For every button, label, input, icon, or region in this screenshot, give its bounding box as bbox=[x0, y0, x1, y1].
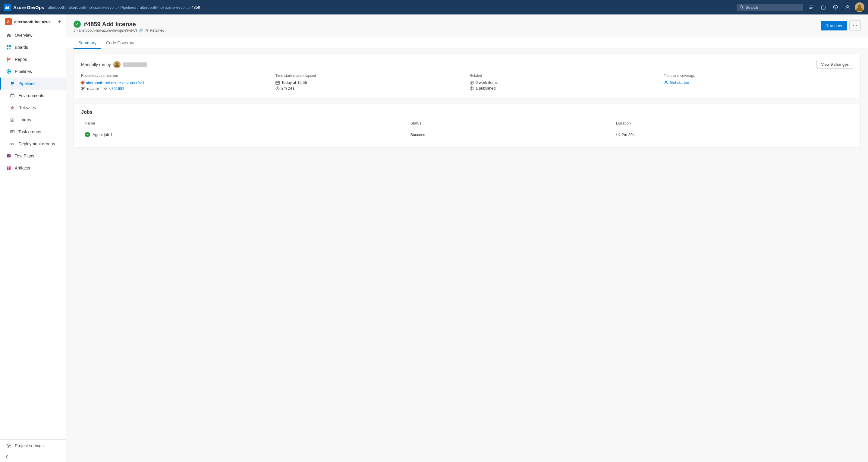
svg-rect-15 bbox=[11, 83, 14, 84]
svg-rect-3 bbox=[822, 6, 825, 9]
org-header: A alterbooth-hol-azure-... + bbox=[0, 15, 66, 29]
svg-rect-32 bbox=[146, 30, 148, 32]
svg-rect-22 bbox=[10, 131, 14, 133]
breadcrumb-pipelines[interactable]: Pipelines bbox=[120, 5, 136, 10]
run-new-button[interactable]: Run new bbox=[821, 21, 847, 30]
person-icon[interactable] bbox=[843, 2, 852, 12]
top-navigation: Azure DevOps alterbooth / alterbooth-hol… bbox=[0, 0, 868, 15]
get-started-link[interactable]: Get started bbox=[670, 80, 689, 85]
elapsed-row: 2m 24s bbox=[276, 86, 465, 90]
notifications-icon[interactable] bbox=[807, 2, 816, 12]
test-plans-label: Test Plans bbox=[15, 153, 34, 158]
sidebar-item-project-settings[interactable]: Project settings bbox=[0, 440, 66, 452]
settings-icon bbox=[6, 443, 12, 449]
pipelines-sub-icon bbox=[9, 81, 16, 87]
org-name: alterbooth-hol-azure-... bbox=[14, 20, 56, 24]
flask-icon bbox=[664, 81, 668, 85]
sidebar-item-deployment-groups[interactable]: Deployment groups bbox=[0, 138, 66, 150]
sidebar-item-releases[interactable]: Releases bbox=[0, 102, 66, 114]
retained-badge: Retained bbox=[145, 28, 164, 33]
sidebar-item-task-groups[interactable]: Task groups bbox=[0, 126, 66, 138]
related-label: Related bbox=[470, 74, 659, 78]
job-name-cell: ✓ Agent job 1 bbox=[81, 128, 407, 141]
sidebar-item-repos[interactable]: Repos bbox=[0, 53, 66, 65]
pipelines-label: Pipelines bbox=[19, 81, 36, 86]
clock-icon bbox=[276, 86, 280, 90]
work-items-icon bbox=[470, 81, 474, 85]
repo-name-row: alterbooth-hol-azure-devops-r9vd bbox=[81, 80, 271, 85]
sidebar-item-boards[interactable]: Boards bbox=[0, 41, 66, 53]
user-avatar[interactable] bbox=[855, 2, 864, 12]
deployment-groups-icon bbox=[9, 141, 16, 147]
breadcrumb-pipeline-name[interactable]: alterbooth-hol-azure-devo... bbox=[140, 5, 188, 10]
collapse-sidebar-button[interactable] bbox=[0, 452, 66, 462]
page-title: #4859 Add license bbox=[84, 21, 136, 28]
add-project-button[interactable]: + bbox=[58, 19, 61, 25]
run-details-grid: Repository and version alterbooth-hol-az… bbox=[81, 74, 853, 92]
task-groups-label: Task groups bbox=[19, 129, 41, 134]
repos-icon bbox=[6, 56, 12, 62]
library-label: Library bbox=[19, 117, 31, 122]
tab-summary[interactable]: Summary bbox=[73, 37, 101, 49]
page-title-area: ✓ #4859 Add license on alterbooth-hol-az… bbox=[73, 21, 164, 33]
search-icon bbox=[740, 5, 744, 9]
run-success-icon: ✓ bbox=[73, 21, 81, 28]
help-icon[interactable] bbox=[831, 2, 840, 12]
more-options-button[interactable]: ⋯ bbox=[849, 21, 861, 30]
page-header: ✓ #4859 Add license on alterbooth-hol-az… bbox=[73, 21, 861, 33]
app-logo[interactable]: Azure DevOps bbox=[4, 4, 44, 11]
search-placeholder: Search bbox=[746, 5, 758, 10]
header-actions: Run new ⋯ bbox=[821, 21, 861, 30]
azure-devops-logo-icon bbox=[4, 4, 11, 11]
svg-rect-11 bbox=[7, 48, 8, 50]
sidebar-spacer bbox=[0, 174, 66, 439]
runner-avatar bbox=[113, 61, 121, 68]
work-items-row: 0 work items bbox=[470, 80, 659, 85]
table-row[interactable]: ✓ Agent job 1 Success 2m 20s bbox=[81, 128, 853, 141]
project-settings-label: Project settings bbox=[15, 443, 44, 448]
repo-diamond-icon bbox=[81, 81, 85, 85]
test-plans-icon bbox=[6, 153, 12, 159]
duration-clock-icon bbox=[616, 133, 620, 137]
boards-label: Boards bbox=[15, 45, 28, 50]
run-info-header: Manually run by View 9 changes bbox=[81, 60, 853, 69]
task-groups-icon bbox=[9, 129, 16, 135]
svg-point-6 bbox=[846, 5, 848, 7]
artifacts-icon bbox=[6, 165, 12, 171]
sidebar-item-pipelines-parent[interactable]: Pipelines bbox=[0, 65, 66, 78]
pipelines-parent-label: Pipelines bbox=[15, 69, 32, 74]
svg-point-5 bbox=[835, 8, 836, 9]
search-box[interactable]: Search bbox=[737, 4, 803, 11]
time-label: Time started and elapsed bbox=[276, 74, 465, 78]
lock-icon bbox=[145, 29, 149, 32]
releases-label: Releases bbox=[19, 105, 36, 110]
library-icon bbox=[9, 117, 16, 123]
view-changes-button[interactable]: View 9 changes bbox=[816, 60, 853, 69]
tab-code-coverage[interactable]: Code Coverage bbox=[101, 37, 141, 49]
repo-version-label: Repository and version bbox=[81, 74, 271, 78]
sidebar-item-pipelines[interactable]: Pipelines bbox=[0, 78, 66, 90]
svg-point-26 bbox=[13, 143, 14, 144]
related-col: Related 0 work items bbox=[470, 74, 659, 92]
overview-label: Overview bbox=[15, 33, 32, 38]
sidebar-item-overview[interactable]: Overview bbox=[0, 29, 66, 41]
repo-version-col: Repository and version alterbooth-hol-az… bbox=[81, 74, 271, 92]
page-subtitle: on alterbooth-hol-azure-devops-r9vd-CI 🔗… bbox=[73, 28, 164, 33]
sidebar-item-library[interactable]: Library bbox=[0, 114, 66, 126]
tab-bar: Summary Code Coverage bbox=[66, 37, 868, 49]
tests-col: Tests and coverage Get started bbox=[664, 74, 854, 92]
svg-rect-9 bbox=[7, 45, 8, 47]
sidebar-item-test-plans[interactable]: Test Plans bbox=[0, 150, 66, 162]
svg-point-36 bbox=[82, 89, 83, 90]
sidebar-item-artifacts[interactable]: Artifacts bbox=[0, 162, 66, 174]
breadcrumb-run-id[interactable]: 4859 bbox=[191, 5, 200, 10]
shopping-bag-icon[interactable] bbox=[818, 2, 828, 12]
breadcrumb-org[interactable]: alterbooth bbox=[48, 5, 65, 10]
jobs-table-header-row: Name Status Duration bbox=[81, 118, 853, 128]
svg-line-2 bbox=[742, 8, 744, 9]
job-name: Agent job 1 bbox=[93, 133, 113, 137]
user-name-blurred bbox=[123, 62, 147, 67]
sidebar-item-environments[interactable]: Environments bbox=[0, 90, 66, 102]
calendar-icon bbox=[276, 81, 280, 85]
breadcrumb-project[interactable]: alterbooth-hol-azure-devo... bbox=[69, 5, 117, 10]
